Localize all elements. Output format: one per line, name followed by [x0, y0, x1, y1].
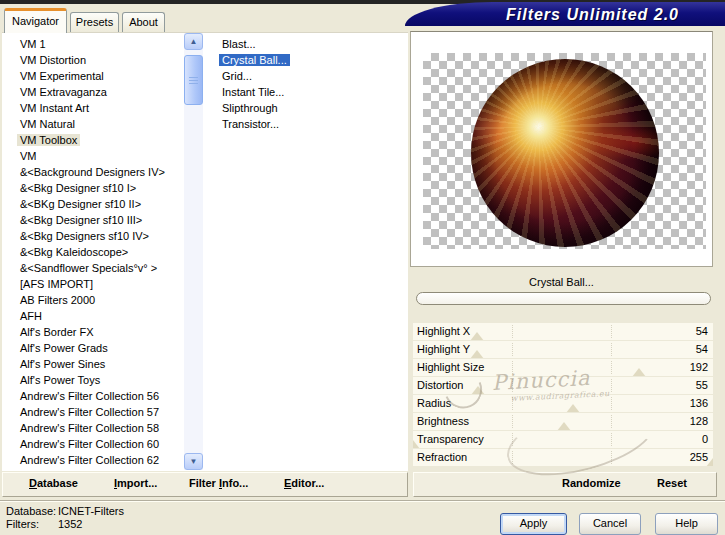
divider	[0, 500, 725, 502]
slider-thumb-icon[interactable]	[706, 458, 713, 466]
parameter-label: Brightness	[417, 413, 469, 430]
parameter-label: Radius	[417, 395, 451, 412]
cancel-button[interactable]: Cancel	[579, 513, 641, 535]
parameter-value: 54	[696, 341, 708, 358]
tab-about[interactable]: About	[122, 12, 165, 33]
parameter-label: Highlight X	[417, 323, 470, 340]
scroll-up-button[interactable]: ▲	[184, 33, 203, 50]
parameter-slider[interactable]: Highlight Y54	[413, 341, 713, 358]
filter-item[interactable]: Transistor...	[213, 116, 405, 132]
category-item[interactable]: VM Instant Art	[8, 100, 182, 116]
filters-unlimited-dialog: Filters Unlimited 2.0 Navigator Presets …	[0, 0, 725, 535]
slider-thumb-icon[interactable]	[470, 350, 484, 358]
parameter-label: Refraction	[417, 449, 467, 466]
parameter-value: 192	[690, 359, 708, 376]
render-progress-bar	[416, 292, 711, 305]
parameter-label: Highlight Size	[417, 359, 484, 376]
tab-presets[interactable]: Presets	[70, 12, 119, 33]
tab-navigator[interactable]: Navigator	[4, 8, 67, 33]
category-item[interactable]: &<BKg Designer sf10 II>	[8, 196, 182, 212]
left-command-bar: Database Import... Filter Info... Editor…	[2, 472, 408, 497]
category-item[interactable]: &<Bkg Designer sf10 III>	[8, 212, 182, 228]
category-list: VM 1VM DistortionVM ExperimentalVM Extra…	[8, 36, 182, 468]
category-item[interactable]: VM Toolbox	[8, 132, 182, 148]
randomize-button[interactable]: Randomize	[562, 477, 621, 489]
parameter-label: Transparency	[417, 431, 484, 448]
category-item[interactable]: Alf's Power Toys	[8, 372, 182, 388]
category-item[interactable]: Alf's Power Grads	[8, 340, 182, 356]
filter-list: Blast...Crystal Ball...Grid...Instant Ti…	[213, 36, 405, 468]
parameter-slider[interactable]: Refraction255	[413, 449, 713, 466]
database-button[interactable]: Database	[29, 477, 78, 489]
category-item[interactable]: Andrew's Filter Collection 56	[8, 388, 182, 404]
parameter-label: Distortion	[417, 377, 463, 394]
category-item[interactable]: Alf's Border FX	[8, 324, 182, 340]
filter-item[interactable]: Slipthrough	[213, 100, 405, 116]
scrollbar-thumb[interactable]	[184, 55, 203, 105]
status-filters-value: 1352	[58, 518, 124, 531]
category-item[interactable]: [AFS IMPORT]	[8, 276, 182, 292]
status-database-value: ICNET-Filters	[58, 505, 124, 518]
help-button[interactable]: Help	[655, 513, 718, 535]
status-database-label: Database:	[6, 505, 58, 518]
category-item[interactable]: Andrew's Filter Collection 60	[8, 436, 182, 452]
parameter-slider[interactable]: Highlight Size192	[413, 359, 713, 376]
parameter-value: 128	[690, 413, 708, 430]
category-item[interactable]: &<Bkg Kaleidoscope>	[8, 244, 182, 260]
category-item[interactable]: Andrew's Filter Collection 58	[8, 420, 182, 436]
import-button[interactable]: Import...	[114, 477, 157, 489]
category-item[interactable]: Andrew's Filter Collection 57	[8, 404, 182, 420]
crystal-ball-preview-image	[471, 59, 659, 247]
apply-button[interactable]: Apply	[500, 513, 567, 535]
category-item[interactable]: VM Natural	[8, 116, 182, 132]
category-item[interactable]: VM Extravaganza	[8, 84, 182, 100]
category-item[interactable]: Alf's Power Sines	[8, 356, 182, 372]
scroll-up-icon: ▲	[190, 37, 198, 46]
parameter-value: 0	[702, 431, 708, 448]
category-item[interactable]: &<Bkg Designers sf10 IV>	[8, 228, 182, 244]
slider-thumb-icon[interactable]	[557, 422, 571, 430]
filter-item[interactable]: Instant Tile...	[213, 84, 405, 100]
slider-thumb-icon[interactable]	[413, 440, 420, 448]
editor-button[interactable]: Editor...	[284, 477, 324, 489]
parameter-value: 55	[696, 377, 708, 394]
slider-thumb-icon[interactable]	[471, 386, 485, 394]
parameter-slider[interactable]: Transparency0	[413, 431, 713, 448]
app-title: Filters Unlimited 2.0	[405, 2, 725, 24]
filter-info-button[interactable]: Filter Info...	[189, 477, 248, 489]
slider-thumb-icon[interactable]	[632, 368, 646, 376]
category-item[interactable]: Andrew's Filter Collection 62	[8, 452, 182, 468]
parameter-slider[interactable]: Highlight X54	[413, 323, 713, 340]
category-item[interactable]: &<Bkg Designer sf10 I>	[8, 180, 182, 196]
status-area: Database: ICNET-Filters Filters: 1352	[6, 505, 124, 531]
filter-item[interactable]: Crystal Ball...	[213, 52, 405, 68]
scroll-down-button[interactable]: ▼	[184, 453, 203, 470]
right-command-bar: Randomize Reset	[413, 472, 717, 497]
slider-thumb-icon[interactable]	[470, 332, 484, 340]
category-item[interactable]: VM 1	[8, 36, 182, 52]
filter-item[interactable]: Blast...	[213, 36, 405, 52]
category-item[interactable]: &<Sandflower Specials°v° >	[8, 260, 182, 276]
reset-button[interactable]: Reset	[657, 477, 687, 489]
title-banner: Filters Unlimited 2.0	[405, 2, 725, 26]
scroll-down-icon: ▼	[190, 457, 198, 466]
selected-filter-caption: Crystal Ball...	[410, 276, 713, 288]
category-item[interactable]: VM Distortion	[8, 52, 182, 68]
category-scrollbar[interactable]: ▲ ▼	[184, 33, 203, 470]
filter-item[interactable]: Grid...	[213, 68, 405, 84]
category-item[interactable]: AB Filters 2000	[8, 292, 182, 308]
category-item[interactable]: VM	[8, 148, 182, 164]
category-item[interactable]: VM Experimental	[8, 68, 182, 84]
parameter-label: Highlight Y	[417, 341, 470, 358]
parameter-value: 54	[696, 323, 708, 340]
parameter-slider[interactable]: Radius136	[413, 395, 713, 412]
slider-thumb-icon[interactable]	[566, 404, 580, 412]
parameter-list: Highlight X54Highlight Y54Highlight Size…	[413, 323, 713, 467]
category-item[interactable]: &<Background Designers IV>	[8, 164, 182, 180]
parameter-value: 136	[690, 395, 708, 412]
parameter-slider[interactable]: Brightness128	[413, 413, 713, 430]
status-filters-label: Filters:	[6, 518, 58, 531]
parameter-slider[interactable]: Distortion55	[413, 377, 713, 394]
category-item[interactable]: AFH	[8, 308, 182, 324]
